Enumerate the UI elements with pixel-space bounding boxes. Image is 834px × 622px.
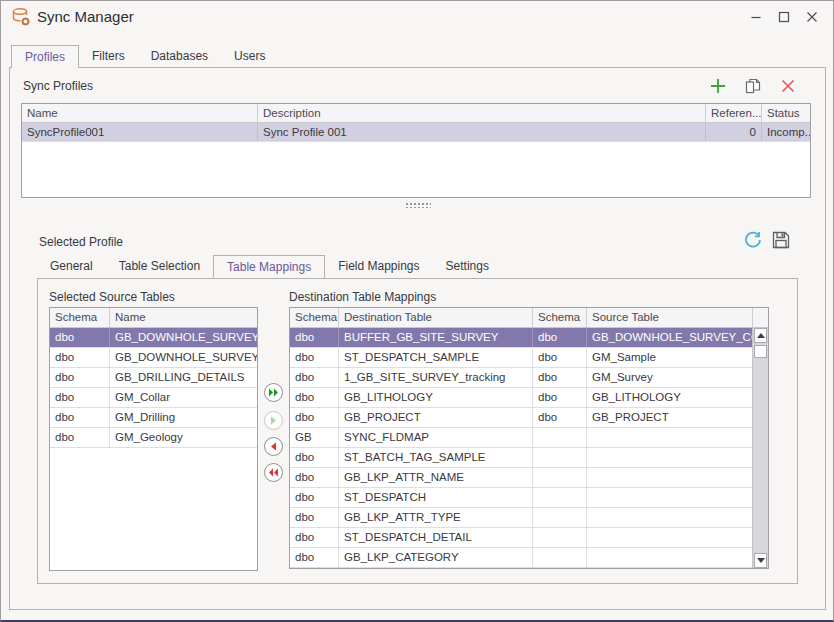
cell-source-schema: dbo (533, 408, 587, 427)
column-header-schema[interactable]: Schema (290, 308, 339, 327)
minimize-button[interactable] (747, 8, 765, 26)
destination-mappings-table: Schema Destination Table Schema Source T… (289, 307, 769, 569)
splitter-handle[interactable] (405, 202, 431, 208)
add-profile-button[interactable] (707, 75, 729, 97)
mapping-row[interactable]: dbo GB_LITHOLOGY dbo GB_LITHOLOGY (290, 388, 752, 408)
selected-profile-label: Selected Profile (39, 235, 123, 249)
tab-field-mappings[interactable]: Field Mappings (325, 255, 432, 278)
cell-name: GB_DRILLING_DETAILS (110, 368, 257, 387)
save-button[interactable] (771, 230, 790, 250)
column-header-description[interactable]: Description (258, 104, 706, 122)
refresh-button[interactable] (743, 230, 763, 250)
cell-schema: dbo (290, 508, 339, 527)
triangle-down-icon (757, 558, 765, 563)
tab-filters[interactable]: Filters (79, 45, 138, 68)
sync-manager-window: Sync Manager Profiles Filters Databases … (0, 0, 834, 622)
column-header-corner (753, 308, 768, 327)
cell-source-table (587, 448, 752, 467)
cell-name: GM_Geology (110, 428, 257, 447)
source-table-row[interactable]: dbo GM_Geology (50, 428, 257, 448)
column-header-destination-table[interactable]: Destination Table (339, 308, 533, 327)
mapping-row[interactable]: dbo 1_GB_SITE_SURVEY_tracking dbo GM_Sur… (290, 368, 752, 388)
cell-source-table (587, 548, 752, 567)
tab-settings[interactable]: Settings (433, 255, 502, 278)
delete-profile-button[interactable] (777, 75, 799, 97)
move-right-button[interactable] (264, 411, 283, 430)
maximize-button[interactable] (775, 8, 793, 26)
tab-databases[interactable]: Databases (138, 45, 221, 68)
mapping-row[interactable]: dbo GB_LKP_ATTR_NAME (290, 468, 752, 488)
mapping-row[interactable]: dbo GB_PROJECT dbo GB_PROJECT (290, 408, 752, 428)
tab-general[interactable]: General (37, 255, 106, 278)
move-all-left-button[interactable] (264, 463, 283, 482)
cell-name: SyncProfile001 (22, 123, 258, 141)
mapping-row[interactable]: dbo ST_DESPATCH_SAMPLE dbo GM_Sample (290, 348, 752, 368)
save-icon (772, 231, 790, 249)
tab-table-selection[interactable]: Table Selection (106, 255, 213, 278)
cell-source-schema (533, 488, 587, 507)
mapping-row[interactable]: dbo GB_LKP_ATTR_TYPE (290, 508, 752, 528)
window-title: Sync Manager (37, 8, 134, 25)
scroll-up-button[interactable] (754, 328, 767, 343)
cell-source-table: GB_LITHOLOGY (587, 388, 752, 407)
mapping-row[interactable]: dbo ST_DESPATCH_DETAIL (290, 528, 752, 548)
arrow-right-icon (270, 416, 277, 425)
cell-destination-table: BUFFER_GB_SITE_SURVEY (339, 328, 533, 347)
cell-source-schema (533, 528, 587, 547)
tab-table-mappings[interactable]: Table Mappings (213, 255, 325, 278)
source-table-row[interactable]: dbo GB_DRILLING_DETAILS (50, 368, 257, 388)
sync-profile-row[interactable]: SyncProfile001 Sync Profile 001 0 Incomp… (22, 123, 810, 142)
mapping-row[interactable]: dbo ST_DESPATCH (290, 488, 752, 508)
delete-x-icon (779, 77, 797, 95)
cell-source-table (587, 528, 752, 547)
sync-profiles-table: Name Description Referen... Status SyncP… (21, 103, 811, 198)
tab-users[interactable]: Users (221, 45, 278, 68)
mapping-row[interactable]: GB SYNC_FLDMAP (290, 428, 752, 448)
cell-schema: dbo (290, 348, 339, 367)
vertical-scrollbar[interactable] (752, 328, 768, 568)
mapping-row[interactable]: dbo BUFFER_GB_SITE_SURVEY dbo GB_DOWNHOL… (290, 328, 752, 348)
triangle-up-icon (757, 333, 765, 338)
refresh-icon (743, 230, 763, 250)
cell-references: 0 (706, 123, 762, 141)
cell-schema: dbo (290, 548, 339, 567)
source-table-row[interactable]: dbo GB_DOWNHOLE_SURVEY... (50, 328, 257, 348)
cell-source-schema (533, 508, 587, 527)
mapping-row[interactable]: dbo ST_BATCH_TAG_SAMPLE (290, 448, 752, 468)
source-table-row[interactable]: dbo GM_Drilling (50, 408, 257, 428)
scroll-thumb[interactable] (754, 345, 767, 358)
cell-destination-table: GB_PROJECT (339, 408, 533, 427)
cell-description: Sync Profile 001 (258, 123, 706, 141)
column-header-source-table[interactable]: Source Table (587, 308, 753, 327)
copy-profile-button[interactable] (742, 75, 764, 97)
cell-source-table (587, 468, 752, 487)
scroll-down-button[interactable] (754, 553, 767, 568)
cell-schema: dbo (50, 428, 110, 447)
cell-schema: dbo (290, 388, 339, 407)
cell-source-schema: dbo (533, 328, 587, 347)
move-left-button[interactable] (264, 437, 283, 456)
plus-icon (708, 76, 728, 96)
double-arrow-right-icon (268, 388, 279, 397)
cell-source-table: GB_DOWNHOLE_SURVEY_COOR... (587, 328, 752, 347)
close-button[interactable] (803, 8, 821, 26)
cell-name: GB_DOWNHOLE_SURVEY... (110, 328, 257, 347)
mapping-row[interactable]: dbo GB_LKP_CATEGORY (290, 548, 752, 568)
cell-source-table (587, 488, 752, 507)
cell-destination-table: 1_GB_SITE_SURVEY_tracking (339, 368, 533, 387)
column-header-schema[interactable]: Schema (50, 308, 110, 327)
cell-destination-table: GB_LKP_CATEGORY (339, 548, 533, 567)
source-table-row[interactable]: dbo GB_DOWNHOLE_SURVEY... (50, 348, 257, 368)
cell-source-schema (533, 428, 587, 447)
column-header-name[interactable]: Name (22, 104, 258, 122)
column-header-references[interactable]: Referen... (706, 104, 762, 122)
column-header-schema-2[interactable]: Schema (533, 308, 587, 327)
move-all-right-button[interactable] (264, 383, 283, 402)
double-arrow-left-icon (268, 468, 279, 477)
column-header-status[interactable]: Status (762, 104, 810, 122)
cell-schema: dbo (50, 328, 110, 347)
cell-schema: dbo (50, 388, 110, 407)
source-table-row[interactable]: dbo GM_Collar (50, 388, 257, 408)
tab-profiles[interactable]: Profiles (11, 45, 79, 68)
column-header-name[interactable]: Name (110, 308, 257, 327)
